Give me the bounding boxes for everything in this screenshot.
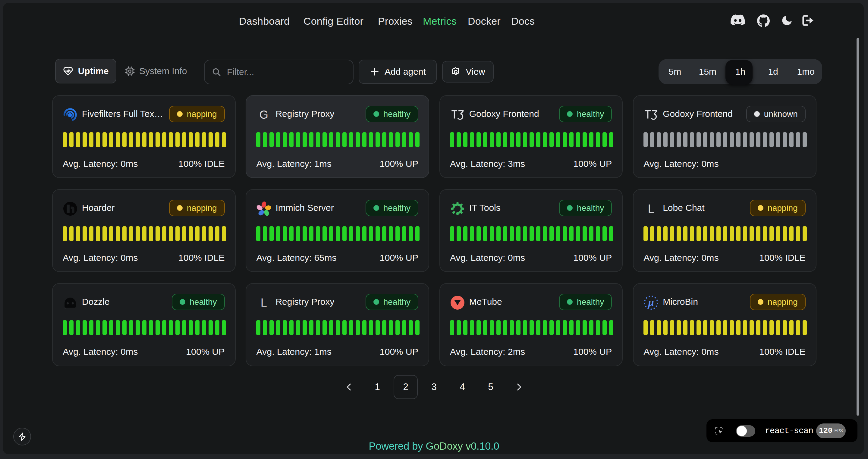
svg-text:μ: μ bbox=[648, 297, 654, 308]
